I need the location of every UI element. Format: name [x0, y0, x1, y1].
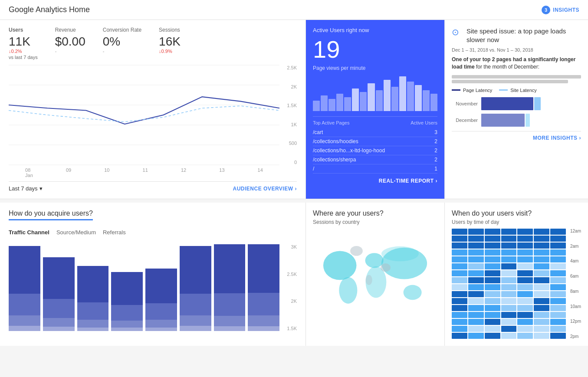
line-chart: 2.5K 2K 1.5K 1K 500 0 — [9, 65, 297, 178]
mini-bar — [328, 99, 335, 111]
date-selector[interactable]: Last 7 days ▾ — [9, 185, 43, 192]
acquisition-chart: 3K 2.5K 2K 1.5K — [9, 244, 297, 331]
insights-button[interactable]: 3 INSIGHTS — [542, 6, 579, 14]
page-count: 2 — [434, 138, 437, 144]
heatmap-cell — [534, 249, 549, 256]
realtime-subtitle: Page views per minute — [313, 65, 437, 71]
december-label: December — [452, 118, 478, 123]
chevron-down-icon: ▾ — [39, 185, 43, 192]
bar-segment — [9, 246, 40, 294]
heatmap-cell — [550, 305, 566, 311]
bar-group — [214, 244, 246, 331]
heatmap-cell — [517, 326, 533, 332]
svg-point-13 — [404, 285, 422, 300]
svg-point-16 — [365, 275, 372, 285]
metric-users: Users 11K ↓0.2% vs last 7 days — [9, 27, 38, 60]
bar-group — [111, 244, 143, 331]
heatmap-cell — [501, 333, 517, 339]
svg-point-10 — [365, 253, 384, 268]
realtime-title: Active Users right now — [313, 27, 437, 33]
heatmap-cell — [534, 229, 549, 235]
conversion-change: - — [103, 49, 141, 54]
bar-segment — [180, 326, 211, 331]
heatmap — [452, 229, 566, 339]
tab-referrals[interactable]: Referrals — [103, 226, 133, 239]
bar-segment — [214, 293, 246, 316]
heatmap-cell — [517, 270, 533, 276]
mini-bar — [376, 90, 383, 111]
bar-segment — [248, 293, 279, 315]
page-row: /cart3 — [313, 128, 437, 137]
revenue-change: - — [55, 49, 85, 54]
heatmap-cell — [468, 326, 484, 332]
heatmap-cell — [501, 277, 517, 283]
line-chart-svg — [9, 65, 279, 165]
x-axis: 08Jan 09 10 11 12 13 14 — [9, 167, 279, 178]
mini-bar — [336, 94, 343, 111]
bar-segment — [9, 294, 40, 315]
mini-bar — [423, 90, 430, 111]
tab-traffic-channel[interactable]: Traffic Channel — [9, 226, 56, 239]
revenue-label: Revenue — [55, 27, 85, 33]
audience-overview-link[interactable]: AUDIENCE OVERVIEW › — [233, 186, 297, 192]
heatmap-cell — [550, 319, 566, 325]
heatmap-cell — [468, 249, 484, 256]
heatmap-cell — [550, 291, 566, 297]
svg-point-9 — [339, 277, 357, 304]
conversion-value: 0% — [103, 35, 141, 49]
heatmap-cell — [550, 298, 566, 304]
heatmap-cell — [550, 243, 566, 249]
tab-source-medium[interactable]: Source/Medium — [56, 226, 103, 239]
bar-segment — [9, 315, 40, 326]
insights-label: INSIGHTS — [553, 7, 579, 13]
bottom-section: How do you acquire users? Traffic Channe… — [0, 203, 588, 346]
metric-sessions: Sessions 16K ↓0.9% — [159, 27, 181, 60]
heatmap-cell — [517, 256, 533, 262]
page-count: 2 — [434, 157, 437, 163]
bar-segment — [111, 305, 143, 321]
acquisition-title: How do you acquire users? — [9, 210, 297, 220]
svg-point-8 — [350, 246, 363, 256]
page-path: /collections/sherpa — [313, 157, 356, 163]
heatmap-cell — [501, 236, 517, 242]
november-label: November — [452, 101, 478, 106]
heatmap-cell — [485, 319, 500, 325]
mini-bar — [352, 89, 359, 111]
mini-bar — [384, 80, 391, 111]
realtime-footer-link[interactable]: REAL-TIME REPORT › — [313, 178, 437, 184]
users-label: Users — [9, 27, 38, 33]
bar-segment — [248, 244, 279, 293]
realtime-panel: Active Users right now 19 Page views per… — [306, 20, 445, 199]
map-panel: Where are your users? Sessions by countr… — [306, 203, 445, 346]
heatmap-cell — [452, 305, 467, 311]
november-row: November — [452, 97, 581, 110]
heatmap-cell — [485, 305, 500, 311]
page-row: /collections/hoodies2 — [313, 137, 437, 146]
bar-segment — [214, 326, 246, 331]
heatmap-cell — [501, 263, 517, 269]
pages-table-header: Top Active Pages Active Users — [313, 116, 437, 125]
bar-segment — [111, 321, 143, 328]
heatmap-cell — [485, 270, 500, 276]
more-insights-link[interactable]: MORE INSIGHTS › — [452, 131, 581, 141]
heatmap-cell — [517, 291, 533, 297]
bar-segment — [43, 318, 75, 327]
time-subtitle: Users by time of day — [452, 219, 581, 225]
insights-heading: Site speed issue: a top page loads slowe… — [466, 27, 581, 44]
acquisition-tabs[interactable]: Traffic Channel Source/Medium Referrals — [9, 226, 297, 239]
heatmap-cell — [452, 312, 467, 318]
page-latency-line — [452, 89, 460, 91]
svg-point-7 — [323, 251, 357, 280]
heatmap-cell — [517, 236, 533, 242]
bar-segment — [77, 320, 109, 328]
heatmap-cell — [452, 291, 467, 297]
bar-segment — [248, 315, 279, 326]
map-title: Where are your users? — [313, 210, 437, 217]
page-count: 2 — [434, 148, 437, 154]
conversion-label: Conversion Rate — [103, 27, 141, 33]
bar-group — [180, 244, 211, 331]
heatmap-cell — [485, 333, 500, 339]
heatmap-cell — [485, 256, 500, 262]
november-bars — [481, 97, 581, 110]
bar-group — [248, 244, 279, 331]
